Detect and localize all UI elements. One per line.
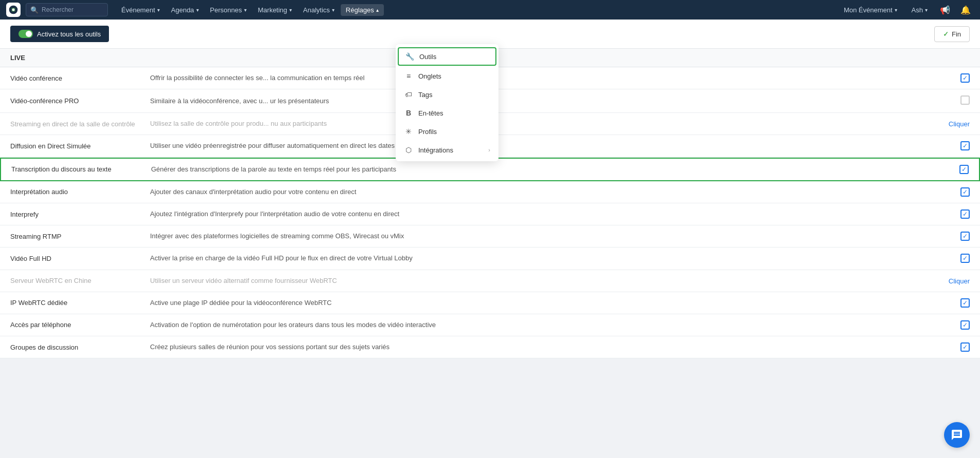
- checkbox[interactable]: ✓: [960, 187, 970, 197]
- dropdown-item-outils[interactable]: 🔧 Outils: [398, 47, 496, 66]
- table-row: Groupes de discussion Créez plusieurs sa…: [0, 336, 980, 358]
- nav-item-mon-evenement[interactable]: Mon Événement ▾: [839, 4, 902, 16]
- chat-button[interactable]: [944, 422, 970, 448]
- checkbox[interactable]: ✓: [960, 209, 970, 219]
- row-name: Vidéo Full HD: [10, 255, 144, 262]
- checkbox[interactable]: [960, 96, 970, 105]
- click-link[interactable]: Cliquer: [949, 120, 970, 128]
- nav-item-agenda[interactable]: Agenda ▾: [166, 4, 204, 16]
- main-content: Activez tous les outils Fin LIVE Vidéo c…: [0, 20, 980, 458]
- checkbox[interactable]: ✓: [960, 141, 970, 150]
- table-row: Streaming RTMP Intégrer avec des platefo…: [0, 225, 980, 247]
- dropdown-item-profils[interactable]: ✳ Profils: [396, 122, 498, 141]
- checkbox[interactable]: ✓: [960, 342, 970, 352]
- row-action: ✓: [918, 298, 970, 308]
- puzzle-icon: ⬡: [404, 146, 413, 154]
- row-desc: Activer la prise en charge de la vidéo F…: [150, 254, 912, 263]
- chevron-down-icon: ▾: [244, 7, 247, 13]
- checkbox[interactable]: ✓: [960, 73, 970, 83]
- chevron-down-icon: ▾: [895, 7, 897, 13]
- nav-item-analytics[interactable]: Analytics ▾: [298, 4, 340, 16]
- nav-item-evenement[interactable]: Événement ▾: [116, 4, 165, 16]
- table-row: IP WebRTC dédiée Active une plage IP déd…: [0, 292, 980, 314]
- row-name: Groupes de discussion: [10, 344, 144, 351]
- chevron-right-icon: ›: [488, 147, 490, 153]
- row-action: ✓: [918, 254, 970, 263]
- row-desc: Activation de l'option de numérotation p…: [150, 320, 912, 330]
- search-box[interactable]: 🔍 Rechercher: [26, 3, 108, 16]
- row-desc: Ajoutez l'intégration d'Interprefy pour …: [150, 209, 912, 219]
- row-action: ✓: [918, 342, 970, 352]
- bell-icon[interactable]: 🔔: [957, 5, 974, 15]
- row-desc: Offrir la possibilité de connecter les s…: [150, 73, 912, 83]
- nav-item-reglages[interactable]: Réglages ▴: [341, 4, 384, 16]
- row-name: Vidéo conférence: [10, 74, 144, 82]
- table-row: Serveur WebRTC en Chine Utiliser un serv…: [0, 270, 980, 292]
- chevron-down-icon: ▾: [157, 7, 160, 13]
- list-icon: ≡: [404, 72, 413, 80]
- row-action: ✓: [918, 320, 970, 330]
- asterisk-icon: ✳: [404, 127, 413, 136]
- reglages-dropdown: 🔧 Outils ≡ Onglets 🏷 Tags B En-têtes ✳ P…: [396, 44, 498, 161]
- row-desc: Intégrer avec des plateformes logicielle…: [150, 232, 912, 241]
- chevron-down-icon: ▾: [289, 7, 292, 13]
- row-action: ✓: [917, 165, 969, 174]
- nav-menu: Événement ▾ Agenda ▾ Personnes ▾ Marketi…: [116, 4, 839, 16]
- row-desc: Similaire à la vidéoconférence, avec u..…: [150, 97, 912, 106]
- row-desc: Créez plusieurs salles de réunion pour v…: [150, 342, 912, 352]
- fin-label: Fin: [952, 30, 961, 38]
- row-name: Diffusion en Direct Simulée: [10, 142, 144, 150]
- row-name: Streaming RTMP: [10, 233, 144, 240]
- row-action: Cliquer: [918, 277, 970, 285]
- bold-icon: B: [404, 109, 413, 117]
- navbar: 🔍 Rechercher Événement ▾ Agenda ▾ Person…: [0, 0, 980, 20]
- row-name: Accès par téléphone: [10, 321, 144, 329]
- chevron-up-icon: ▴: [376, 7, 379, 13]
- row-name: Transcription du discours au texte: [11, 165, 145, 173]
- dropdown-item-integrations[interactable]: ⬡ Intégrations ›: [396, 141, 498, 159]
- row-desc: Active une plage IP dédiée pour la vidéo…: [150, 298, 912, 308]
- dropdown-item-onglets[interactable]: ≡ Onglets: [396, 67, 498, 85]
- row-name: Vidéo-conférence PRO: [10, 97, 144, 105]
- toggle-icon: [19, 30, 33, 38]
- checkbox[interactable]: ✓: [960, 232, 970, 241]
- chevron-down-icon: ▾: [196, 7, 199, 13]
- row-action: [918, 96, 970, 106]
- row-name: Interprétation audio: [10, 188, 144, 196]
- nav-item-ash[interactable]: Ash ▾: [907, 4, 933, 16]
- table-row: Interprefy Ajoutez l'intégration d'Inter…: [0, 203, 980, 225]
- row-name: IP WebRTC dédiée: [10, 299, 144, 307]
- chat-icon: [951, 429, 963, 441]
- row-desc: Utilisez la salle de contrôle pour produ…: [150, 119, 912, 128]
- nav-item-marketing[interactable]: Marketing ▾: [253, 4, 297, 16]
- row-desc: Ajouter des canaux d'interprétation audi…: [150, 187, 912, 197]
- app-logo[interactable]: [6, 3, 21, 17]
- svg-point-1: [12, 9, 15, 11]
- row-action: ✓: [918, 73, 970, 83]
- table-row: Vidéo Full HD Activer la prise en charge…: [0, 247, 980, 270]
- wrench-icon: 🔧: [405, 52, 414, 61]
- megaphone-icon[interactable]: 📢: [937, 5, 953, 15]
- table-row: Accès par téléphone Activation de l'opti…: [0, 314, 980, 336]
- click-link[interactable]: Cliquer: [949, 277, 970, 285]
- activate-all-button[interactable]: Activez tous les outils: [10, 26, 109, 42]
- row-name: Streaming en direct de la salle de contr…: [10, 120, 144, 128]
- dropdown-item-en-tetes[interactable]: B En-têtes: [396, 104, 498, 122]
- fin-button[interactable]: Fin: [934, 26, 970, 42]
- row-action: ✓: [918, 187, 970, 197]
- checkbox[interactable]: ✓: [960, 254, 970, 263]
- dropdown-item-tags[interactable]: 🏷 Tags: [396, 85, 498, 104]
- table-row: Interprétation audio Ajouter des canaux …: [0, 181, 980, 203]
- row-action: ✓: [918, 141, 970, 150]
- checkbox[interactable]: ✓: [960, 298, 970, 308]
- row-desc: Utiliser une vidéo préenregistrée pour d…: [150, 141, 912, 150]
- chevron-down-icon: ▾: [332, 7, 335, 13]
- search-placeholder: Rechercher: [42, 6, 73, 13]
- nav-item-personnes[interactable]: Personnes ▾: [205, 4, 252, 16]
- row-name: Interprefy: [10, 211, 144, 218]
- checkbox[interactable]: ✓: [959, 165, 969, 174]
- checkbox[interactable]: ✓: [960, 320, 970, 330]
- row-desc: Générer des transcriptions de la parole …: [151, 165, 911, 174]
- navbar-right: Mon Événement ▾ Ash ▾ 📢 🔔: [839, 4, 974, 16]
- chevron-down-icon: ▾: [925, 7, 928, 13]
